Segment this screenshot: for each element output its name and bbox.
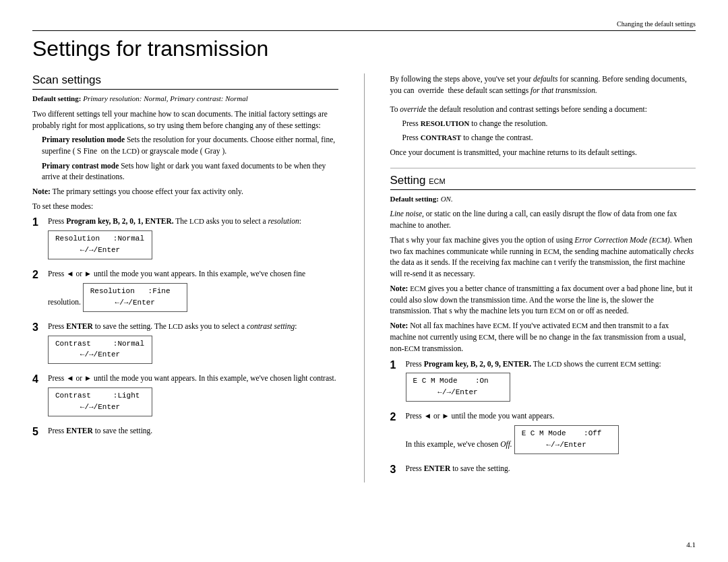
step-5-text-after: to save the setting. — [93, 427, 152, 435]
two-column-layout: Scan settings Default setting: Primary r… — [32, 73, 696, 482]
step-3-content: Press ENTER to save the setting. The LCD… — [48, 321, 338, 368]
step-1-text-before: Press — [48, 217, 66, 225]
step-4-content: Press ◄ or ► until the mode you want app… — [48, 373, 338, 420]
ecm-step-num-3: 3 — [390, 462, 402, 477]
section-divider — [390, 168, 696, 168]
right-column: By following the steps above, you've set… — [390, 73, 696, 482]
default-setting-label: Default setting: — [32, 94, 81, 102]
intro-para: Two different settings tell your machine… — [32, 108, 338, 131]
lcd-box-2: Resolution :Fine ←/→/Enter — [83, 283, 187, 312]
ecm-lcd-row1-1: E C M Mode :On — [413, 376, 503, 387]
ecm-default-value: ON. — [439, 195, 453, 203]
note-line: Note: The primary settings you choose ef… — [32, 186, 338, 197]
settings-list: Primary resolution mode Sets the resolut… — [42, 134, 338, 183]
setting-term-1: Primary resolution mode — [42, 135, 125, 144]
step-3-text-after: to save the setting. The LCD asks you to… — [93, 322, 247, 330]
step-4-text: Press ◄ or ► until the mode you want app… — [48, 374, 336, 382]
note-label: Note: — [32, 187, 51, 195]
ecm-para-1: Line noise, or static on the line during… — [390, 208, 696, 230]
lcd-row1-2: Resolution :Fine — [90, 286, 180, 297]
setting-ecm-title-text: Setting — [390, 174, 426, 187]
right-intro-2: To override the default resolution and c… — [390, 104, 696, 115]
ecm-para-2: That s why your fax machine gives you th… — [390, 235, 696, 280]
ecm-lcd-box-2: E C M Mode :Off ←/→/Enter — [514, 425, 619, 454]
ecm-step-3-text-after: to save the setting. — [450, 464, 510, 472]
ecm-lcd-row2-1: ←/→/Enter — [413, 387, 503, 398]
setting-item-2: Primary contrast mode Sets how light or … — [42, 160, 338, 183]
page-title: Settings for transmission — [32, 36, 696, 61]
ecm-note-1-label: Note: — [390, 284, 408, 292]
ecm-note-1: Note: ECM gives you a better chance of t… — [390, 283, 696, 317]
ecm-default-label: Default setting: — [390, 195, 439, 203]
step-4: 4 Press ◄ or ► until the mode you want a… — [32, 373, 338, 420]
header: Changing the default settings — [32, 20, 696, 31]
ecm-note-2-label: Note: — [390, 321, 408, 330]
lcd-row2-3: ←/→/Enter — [55, 350, 145, 361]
step-2: 2 Press ◄ or ► until the mode you want a… — [32, 268, 338, 315]
ecm-step-1-bold: Program key, B, 2, 0, 9, ENTER. — [424, 360, 532, 368]
ecm-step-3-bold: ENTER — [424, 464, 451, 472]
set-modes-label: To set these modes: — [32, 201, 338, 212]
lcd-row2-1: ←/→/Enter — [55, 245, 145, 256]
ecm-lcd-row2-2: ←/→/Enter — [522, 440, 611, 451]
step-3-italic: contrast setting — [247, 322, 295, 330]
ecm-default-setting: Default setting: ON. — [390, 194, 696, 205]
step-5-text-before: Press — [48, 427, 66, 435]
breadcrumb-text: Changing the default settings — [617, 20, 696, 28]
steps-list: 1 Press Program key, B, 2, 0, 1, ENTER. … — [32, 216, 338, 439]
ecm-step-2-text: Press ◄ or ► until the mode you want app… — [406, 412, 555, 420]
lcd-box-4: Contrast :Light ←/→/Enter — [48, 387, 152, 416]
lcd-row1-1: Resolution :Normal — [55, 234, 145, 245]
ecm-step-1-text-before: Press — [406, 360, 424, 368]
page-number: 4.1 — [686, 540, 696, 549]
ecm-step-3-text-before: Press — [406, 464, 424, 472]
ecm-label: ECM — [429, 177, 445, 185]
ecm-step-2-text2: In this example, we've chosen Off. — [406, 440, 512, 448]
page: Changing the default settings Settings f… — [0, 0, 728, 562]
left-column: Scan settings Default setting: Primary r… — [32, 73, 338, 445]
lcd-row2-4: ←/→/Enter — [55, 402, 145, 413]
step-num-2: 2 — [32, 267, 44, 282]
ecm-lcd-row1-2: E C M Mode :Off — [522, 429, 611, 439]
ecm-step-1-content: Press Program key, B, 2, 0, 9, ENTER. Th… — [406, 358, 696, 406]
column-divider — [364, 73, 365, 482]
step-num-4: 4 — [32, 371, 44, 387]
note-text: The primary settings you choose effect y… — [53, 187, 243, 195]
ecm-step-2: 2 Press ◄ or ► until the mode you want a… — [390, 410, 696, 458]
ecm-step-3-content: Press ENTER to save the setting. — [406, 463, 696, 474]
lcd-box-1: Resolution :Normal ←/→/Enter — [48, 230, 152, 259]
lcd-box-3: Contrast :Normal ←/→/Enter — [48, 336, 152, 365]
ecm-step-2-content: Press ◄ or ► until the mode you want app… — [406, 410, 696, 458]
step-num-5: 5 — [32, 424, 44, 439]
ecm-lcd-box-1: E C M Mode :On ←/→/Enter — [406, 373, 510, 402]
press-resolution-line: Press RESOLUTION to change the resolutio… — [402, 118, 696, 129]
step-5-content: Press ENTER to save the setting. — [48, 425, 338, 437]
step-1-bold: Program key, B, 2, 0, 1, ENTER. — [66, 217, 174, 225]
step-1-content: Press Program key, B, 2, 0, 1, ENTER. Th… — [48, 216, 338, 263]
right-intro-1: By following the steps above, you've set… — [390, 73, 696, 97]
step-5-bold: ENTER — [66, 427, 93, 435]
step-5: 5 Press ENTER to save the setting. — [32, 425, 338, 439]
ecm-note-2: Note: Not all fax machines have ECM. If … — [390, 320, 696, 354]
default-setting-value: Primary resolution: Normal, Primary cont… — [81, 94, 247, 102]
lcd-row1-3: Contrast :Normal — [55, 339, 145, 350]
setting-term-2: Primary contrast mode — [42, 162, 119, 170]
ecm-step-num-1: 1 — [390, 357, 402, 373]
step-2-content: Press ◄ or ► until the mode you want app… — [48, 268, 338, 315]
setting-ecm-title: Setting ECM — [390, 174, 696, 190]
setting-item-1: Primary resolution mode Sets the resolut… — [42, 134, 338, 157]
lcd-row1-4: Contrast :Light — [55, 391, 145, 402]
ecm-step-num-2: 2 — [390, 409, 402, 425]
step-3-text-before: Press — [48, 322, 66, 330]
ecm-note-2-text: Not all fax machines have ECM. If you've… — [390, 321, 686, 352]
ecm-steps-list: 1 Press Program key, B, 2, 0, 9, ENTER. … — [390, 358, 696, 477]
step-3-bold: ENTER — [66, 322, 93, 330]
step-1-italic: resolution — [268, 217, 299, 225]
scan-settings-title: Scan settings — [32, 73, 338, 90]
step-3: 3 Press ENTER to save the setting. The L… — [32, 321, 338, 368]
step-1: 1 Press Program key, B, 2, 0, 1, ENTER. … — [32, 216, 338, 263]
press-contrast-line: Press CONTRAST to change the contrast. — [402, 132, 696, 144]
lcd-row2-2: ←/→/Enter — [90, 298, 180, 309]
step-num-1: 1 — [32, 214, 44, 230]
ecm-step-1-text-after: The LCD shows the current ECM setting: — [531, 360, 661, 368]
